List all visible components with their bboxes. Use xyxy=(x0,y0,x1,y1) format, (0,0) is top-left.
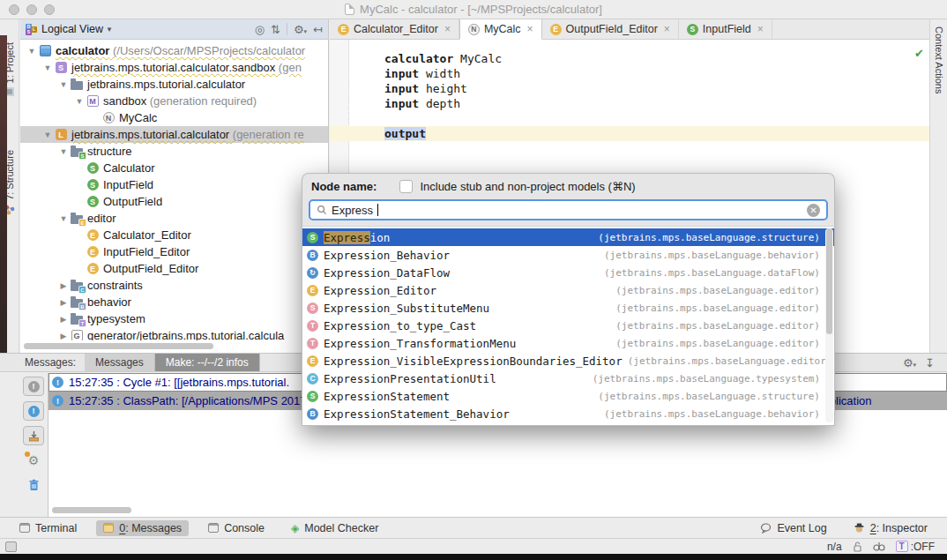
result-name: Expression_Behavior xyxy=(324,249,450,262)
tree-row-suffix: (generation re xyxy=(229,128,304,141)
result-name: Expression_Editor xyxy=(324,284,436,297)
search-input[interactable]: Express ✕ xyxy=(309,199,828,220)
popup-result-row[interactable]: SExpression_SubstituteMenu(jetbrains.mps… xyxy=(302,299,834,317)
settings-button[interactable]: ⚙ xyxy=(23,451,44,470)
project-icon xyxy=(38,45,52,56)
tab-MyCalc[interactable]: NMyCalc× xyxy=(459,19,542,40)
messages-hscrollbar[interactable] xyxy=(52,507,131,513)
gear-icon[interactable]: ⚙▾ xyxy=(294,24,307,35)
tree-row[interactable]: ▼Eeditor xyxy=(20,210,328,227)
tree-arrow-icon[interactable]: ▼ xyxy=(26,47,38,56)
toolwindow-button-model-checker[interactable]: ◈Model Checker xyxy=(284,520,385,536)
tree-row-text: MyCalc xyxy=(119,111,157,124)
popup-result-row[interactable]: TExpression_to_type_Cast(jetbrains.mps.b… xyxy=(302,317,834,334)
popup-scrollbar-track[interactable] xyxy=(825,228,833,422)
tree-row[interactable]: ▶Cconstraints xyxy=(20,277,328,294)
clear-search-icon[interactable]: ✕ xyxy=(807,204,820,217)
popup-result-row[interactable]: BExpressionStatement_Behavior(jetbrains.… xyxy=(302,405,834,422)
model-checker-icon: ◈ xyxy=(291,522,299,534)
popup-result-row[interactable]: BExpression_Behavior(jetbrains.mps.baseL… xyxy=(302,246,834,264)
tree-row[interactable]: ▼jetbrains.mps.tutorial.calculator xyxy=(20,76,328,93)
tree-row[interactable]: ▶Ttypesystem xyxy=(20,310,328,327)
tab-close-icon[interactable]: × xyxy=(527,23,533,35)
messages-hide-icon[interactable]: ↧ xyxy=(925,356,935,370)
messages-tab[interactable]: Messages xyxy=(85,354,155,371)
filter-warnings-button[interactable]: ! xyxy=(23,377,44,396)
folder-icon xyxy=(70,78,84,90)
project-tree-hscrollbar[interactable] xyxy=(24,343,213,349)
result-type-icon: S xyxy=(307,391,318,402)
unlock-icon[interactable] xyxy=(853,541,862,552)
toolwindow-button-console[interactable]: Console xyxy=(201,520,272,536)
tree-arrow-icon[interactable]: ▶ xyxy=(57,298,70,307)
tree-arrow-icon[interactable]: ▼ xyxy=(57,147,70,156)
include-stub-checkbox[interactable] xyxy=(399,180,413,193)
popup-result-row[interactable]: EExpression_Editor(jetbrains.mps.baseLan… xyxy=(302,281,834,299)
include-stub-label[interactable]: Include stub and non-project models (⌘N) xyxy=(420,180,635,193)
tree-row[interactable]: ▼Sstructure xyxy=(20,143,328,160)
tree-arrow-icon[interactable]: ▼ xyxy=(73,97,86,106)
tree-row-label: typesystem xyxy=(87,312,145,325)
tree-arrow-icon[interactable]: ▼ xyxy=(57,80,70,89)
toolwindow-button-terminal[interactable]: Terminal xyxy=(12,520,84,536)
tree-row[interactable]: EOutputField_Editor xyxy=(20,260,328,277)
tab-close-icon[interactable]: × xyxy=(444,23,451,35)
concept-icon: S xyxy=(87,196,99,207)
hector-inspector-icon[interactable] xyxy=(873,541,885,552)
tree-row[interactable]: ▼Ljetbrains.mps.tutorial.calculator (gen… xyxy=(20,126,328,143)
tree-arrow-icon[interactable]: ▼ xyxy=(57,214,70,223)
code-line[interactable]: input height xyxy=(330,81,929,96)
code-line[interactable] xyxy=(330,111,929,126)
tree-row[interactable]: NMyCalc xyxy=(20,109,328,126)
code-line[interactable]: input width xyxy=(330,66,929,81)
code-line[interactable]: calculator MyCalc xyxy=(330,51,929,66)
tree-row[interactable]: ECalculator_Editor xyxy=(20,227,328,243)
tree-arrow-icon[interactable]: ▶ xyxy=(57,315,70,324)
tab-Calculator_Editor[interactable]: ECalculator_Editor× xyxy=(330,19,459,39)
context-actions-tool-button[interactable]: Context Actions xyxy=(934,26,944,93)
typesystem-toggle[interactable]: T :OFF xyxy=(896,541,935,553)
tree-row[interactable]: SInputField xyxy=(20,176,328,193)
tree-row[interactable]: EInputField_Editor xyxy=(20,243,328,260)
messages-gear-icon[interactable]: ⚙▾ xyxy=(903,356,916,370)
tree-row[interactable]: ▶Bbehavior xyxy=(20,294,328,310)
tree-row[interactable]: ▼Sjetbrains.mps.tutorial.calculator.sand… xyxy=(20,59,328,76)
tab-close-icon[interactable]: × xyxy=(664,23,670,35)
export-icon xyxy=(28,430,40,442)
view-selector-chevron-icon[interactable]: ▼ xyxy=(103,26,116,34)
collapse-all-icon[interactable]: ⇅ xyxy=(271,24,280,35)
tree-row[interactable]: SOutputField xyxy=(20,193,328,210)
view-selector[interactable]: Logical View xyxy=(41,23,103,35)
tab-close-icon[interactable]: × xyxy=(757,23,764,35)
clear-all-button[interactable] xyxy=(23,475,44,495)
toolwindow-button-0-messages[interactable]: 0: Messages xyxy=(96,520,189,536)
popup-result-row[interactable]: TExpression_TransformationMenu(jetbrains… xyxy=(302,334,834,352)
export-button[interactable] xyxy=(23,426,44,445)
popup-scrollbar-thumb[interactable] xyxy=(826,228,832,334)
tab-InputField[interactable]: SInputField× xyxy=(679,19,772,39)
toolwindow-button-event-log[interactable]: Event Log xyxy=(753,520,833,536)
code-line[interactable]: output xyxy=(330,126,929,141)
toolwindow-button-2-inspector[interactable]: 2: Inspector xyxy=(846,520,935,536)
tree-row[interactable]: ▼Msandbox (generation required) xyxy=(20,93,328,109)
filter-info-button[interactable]: ! xyxy=(23,401,44,421)
toolwindow-toggle-icon[interactable] xyxy=(5,541,17,552)
popup-result-row[interactable]: ↻Expression_DataFlow(jetbrains.mps.baseL… xyxy=(302,264,834,281)
bar-item-label: Terminal xyxy=(35,522,77,534)
tree-arrow-icon[interactable]: ▶ xyxy=(57,332,70,340)
popup-result-row[interactable]: CExpressionPresentationUtil(jetbrains.mp… xyxy=(302,370,834,387)
tree-arrow-icon[interactable]: ▼ xyxy=(41,131,54,139)
tree-row[interactable]: ▼calculator (/Users/Oscar/MPSProjects/ca… xyxy=(20,42,328,59)
popup-result-row[interactable]: EExpression_VisibleExpressionBoundaries_… xyxy=(302,352,834,370)
messages-tab[interactable]: Make: --/--/2 infos xyxy=(155,354,260,371)
hide-panel-icon[interactable]: ↤ xyxy=(313,24,323,35)
tree-row[interactable]: SCalculator xyxy=(20,160,328,176)
tree-row[interactable]: ▶Ggenerator/jetbrains.mps.tutorial.calcu… xyxy=(20,327,328,340)
code-line[interactable]: input depth xyxy=(330,96,929,111)
tree-arrow-icon[interactable]: ▼ xyxy=(41,63,54,72)
locate-icon[interactable]: ◎ xyxy=(255,24,265,35)
popup-result-row[interactable]: SExpression(jetbrains.mps.baseLanguage.s… xyxy=(302,228,834,246)
tree-arrow-icon[interactable]: ▶ xyxy=(57,281,70,290)
popup-result-row[interactable]: SExpressionStatement(jetbrains.mps.baseL… xyxy=(302,387,834,405)
tab-OutputField_Editor[interactable]: EOutputField_Editor× xyxy=(542,19,679,39)
